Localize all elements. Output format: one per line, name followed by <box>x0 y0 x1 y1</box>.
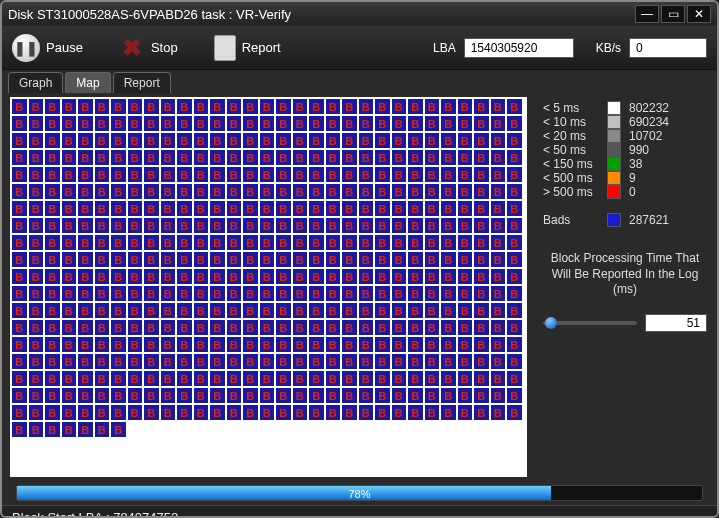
block-cell: B <box>94 404 111 421</box>
block-cell: B <box>77 200 94 217</box>
block-cell: B <box>275 166 292 183</box>
block-cell: B <box>259 200 276 217</box>
legend-label: < 150 ms <box>543 157 599 171</box>
block-cell: B <box>407 268 424 285</box>
block-cell: B <box>358 166 375 183</box>
block-cell: B <box>77 302 94 319</box>
block-cell: B <box>110 251 127 268</box>
maximize-button[interactable]: ▭ <box>661 5 685 23</box>
block-cell: B <box>292 115 309 132</box>
block-cell: B <box>209 98 226 115</box>
report-button[interactable]: Report <box>214 35 281 61</box>
block-cell: B <box>61 285 78 302</box>
block-cell: B <box>506 166 523 183</box>
block-cell: B <box>110 149 127 166</box>
block-cell: B <box>391 115 408 132</box>
block-cell: B <box>341 149 358 166</box>
minimize-button[interactable]: — <box>635 5 659 23</box>
pause-label: Pause <box>46 40 83 55</box>
block-cell: B <box>490 217 507 234</box>
block-cell: B <box>440 98 457 115</box>
block-cell: B <box>11 251 28 268</box>
legend-swatch <box>607 157 621 171</box>
slider-value[interactable]: 51 <box>645 314 707 332</box>
block-cell: B <box>457 166 474 183</box>
block-cell: B <box>127 217 144 234</box>
block-cell: B <box>407 336 424 353</box>
block-cell: B <box>358 234 375 251</box>
block-cell: B <box>292 166 309 183</box>
stop-button[interactable]: ✖ Stop <box>119 35 178 61</box>
block-cell: B <box>506 268 523 285</box>
block-cell: B <box>325 336 342 353</box>
block-cell: B <box>77 370 94 387</box>
tab-report[interactable]: Report <box>113 72 171 93</box>
threshold-slider[interactable]: 51 <box>543 314 707 332</box>
block-cell: B <box>440 183 457 200</box>
block-cell: B <box>473 217 490 234</box>
block-cell: B <box>424 98 441 115</box>
block-cell: B <box>193 98 210 115</box>
slider-hint: Block Processing Time That Will Be Repor… <box>543 251 707 298</box>
block-cell: B <box>242 200 259 217</box>
block-cell: B <box>506 200 523 217</box>
block-cell: B <box>473 319 490 336</box>
block-cell: B <box>94 132 111 149</box>
block-cell: B <box>374 285 391 302</box>
tab-graph[interactable]: Graph <box>8 72 63 93</box>
block-cell: B <box>193 251 210 268</box>
block-cell: B <box>341 183 358 200</box>
block-cell: B <box>94 166 111 183</box>
block-cell: B <box>94 234 111 251</box>
block-cell: B <box>193 353 210 370</box>
block-cell: B <box>490 132 507 149</box>
block-cell: B <box>259 268 276 285</box>
block-cell: B <box>424 251 441 268</box>
block-cell: B <box>457 404 474 421</box>
block-cell: B <box>391 149 408 166</box>
block-cell: B <box>28 353 45 370</box>
lba-input[interactable] <box>464 38 574 58</box>
block-cell: B <box>193 149 210 166</box>
block-cell: B <box>77 404 94 421</box>
block-cell: B <box>490 251 507 268</box>
block-cell: B <box>473 387 490 404</box>
block-cell: B <box>44 387 61 404</box>
block-cell: B <box>440 166 457 183</box>
tab-map[interactable]: Map <box>65 72 110 93</box>
block-cell: B <box>506 251 523 268</box>
block-cell: B <box>143 98 160 115</box>
block-cell: B <box>242 132 259 149</box>
pause-button[interactable]: ❚❚ Pause <box>12 34 83 62</box>
block-cell: B <box>160 370 177 387</box>
block-cell: B <box>325 302 342 319</box>
block-cell: B <box>143 387 160 404</box>
block-cell: B <box>424 200 441 217</box>
block-cell: B <box>77 353 94 370</box>
block-cell: B <box>226 132 243 149</box>
block-cell: B <box>490 149 507 166</box>
block-cell: B <box>457 183 474 200</box>
block-cell: B <box>391 132 408 149</box>
block-cell: B <box>407 183 424 200</box>
kbs-input[interactable] <box>629 38 707 58</box>
slider-track[interactable] <box>543 321 637 325</box>
block-cell: B <box>506 404 523 421</box>
block-cell: B <box>358 336 375 353</box>
block-cell: B <box>226 319 243 336</box>
block-cell: B <box>506 98 523 115</box>
block-cell: B <box>94 251 111 268</box>
block-cell: B <box>28 268 45 285</box>
block-cell: B <box>242 115 259 132</box>
block-cell: B <box>308 302 325 319</box>
block-cell: B <box>242 217 259 234</box>
block-cell: B <box>506 336 523 353</box>
block-cell: B <box>61 336 78 353</box>
block-cell: B <box>127 115 144 132</box>
close-button[interactable]: ✕ <box>687 5 711 23</box>
slider-thumb[interactable] <box>545 317 557 329</box>
block-cell: B <box>242 98 259 115</box>
map-area: BBBBBBBBBBBBBBBBBBBBBBBBBBBBBBBBBBBBBBBB… <box>10 97 527 477</box>
block-cell: B <box>490 183 507 200</box>
block-cell: B <box>242 285 259 302</box>
